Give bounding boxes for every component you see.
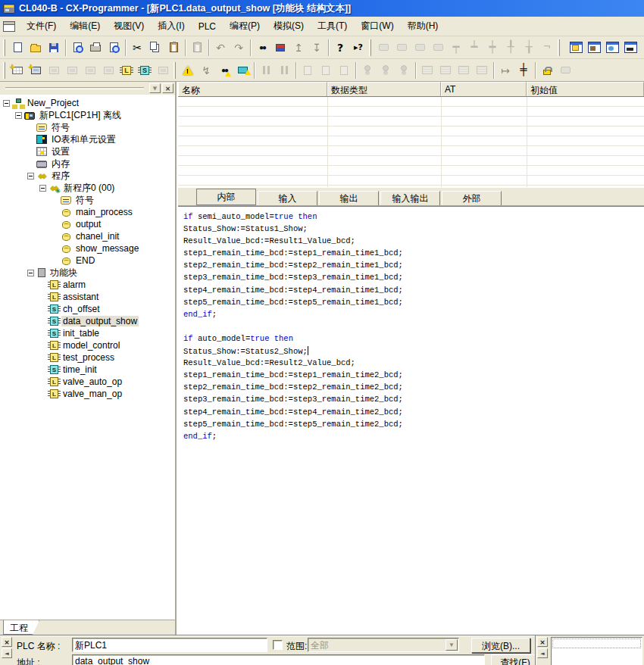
- tree-expand-toggle[interactable]: [27, 173, 34, 180]
- menu-item-10[interactable]: 帮助(H): [401, 17, 445, 36]
- tree-item-valve_auto_op[interactable]: Lvalve_auto_op: [0, 376, 175, 388]
- tree-item-main_process[interactable]: main_process: [0, 206, 175, 218]
- tree-expand-toggle[interactable]: [27, 270, 34, 276]
- toggle-cross-reference-button[interactable]: [621, 39, 639, 57]
- var-tab-内部[interactable]: 内部: [196, 189, 256, 205]
- menu-item-4[interactable]: 插入(I): [151, 17, 191, 36]
- var-tab-输出[interactable]: 输出: [319, 191, 379, 205]
- menu-item-6[interactable]: 编程(P): [223, 17, 267, 36]
- column-header-2[interactable]: 数据类型: [327, 82, 441, 96]
- context-help-button[interactable]: ▸?: [349, 39, 367, 57]
- tree-item--plc1-cp1h-[interactable]: 新PLC1[CP1H] 离线: [0, 109, 175, 121]
- print-preview-button[interactable]: [105, 39, 123, 57]
- watch-selected-row[interactable]: [552, 638, 641, 648]
- toolbar-grip[interactable]: [3, 62, 5, 79]
- menu-item-1[interactable]: 文件(F): [20, 17, 63, 36]
- column-header-1[interactable]: 名称: [178, 82, 327, 96]
- help-button[interactable]: ?: [331, 39, 349, 57]
- tree-item-init_table[interactable]: Sinit_table: [0, 327, 175, 339]
- watch-list[interactable]: [551, 637, 642, 665]
- find-report-button[interactable]: ●●: [215, 61, 233, 80]
- new-ladder-fb-button[interactable]: L: [117, 61, 136, 80]
- st-code-editor[interactable]: if semi_auto_model=true thenStatus_Show:…: [178, 206, 644, 635]
- scope-combobox[interactable]: 全部 ▼: [308, 638, 459, 652]
- var-tab-外部[interactable]: 外部: [442, 191, 502, 205]
- toggle-watch-window-button[interactable]: [603, 39, 621, 57]
- tree-item--[interactable]: 符号: [0, 194, 175, 206]
- tree-item--[interactable]: 内存: [0, 158, 175, 170]
- menu-item-7[interactable]: 模拟(S): [267, 17, 311, 36]
- dock-close-button[interactable]: ×: [2, 637, 12, 647]
- open-file-button[interactable]: [27, 39, 45, 57]
- column-header-3[interactable]: AT: [441, 82, 527, 96]
- scope-checkbox[interactable]: [273, 640, 283, 650]
- find-button[interactable]: ●●: [253, 39, 271, 57]
- tree-item-new_project[interactable]: New_Project: [0, 97, 175, 109]
- online-edit-button[interactable]: [233, 61, 252, 80]
- address-input[interactable]: data_output_show: [72, 654, 485, 665]
- tree-expand-toggle[interactable]: [15, 112, 22, 119]
- tab-project[interactable]: 工程: [3, 620, 39, 635]
- mdi-child-icon[interactable]: [3, 21, 15, 32]
- tree-item-output[interactable]: output: [0, 218, 175, 230]
- toggle-output-window-button[interactable]: [585, 39, 603, 57]
- tree-item-model_control[interactable]: Lmodel_control: [0, 339, 175, 351]
- tree-item-show_message[interactable]: show_message: [0, 242, 175, 254]
- print-button[interactable]: [86, 39, 105, 57]
- tree-item--0-00-[interactable]: 新程序0 (00): [0, 182, 175, 194]
- watch-close-button[interactable]: ×: [537, 637, 548, 647]
- tree-item-valve_man_op[interactable]: Lvalve_man_op: [0, 388, 175, 400]
- new-symbol-table-button[interactable]: [8, 61, 27, 80]
- var-tab-输入[interactable]: 输入: [258, 191, 317, 205]
- column-header-4[interactable]: 初始值: [527, 82, 644, 96]
- workspace-close-button[interactable]: ×: [162, 83, 174, 93]
- find-button[interactable]: 查找(F): [491, 654, 539, 665]
- dock-collapse-button[interactable]: ◄: [2, 648, 12, 658]
- menu-item-5[interactable]: PLC: [192, 18, 223, 35]
- tree-item-alarm[interactable]: Lalarm: [0, 279, 175, 291]
- menu-item-3[interactable]: 视图(V): [107, 17, 151, 36]
- tree-item-data_output_show[interactable]: Sdata_output_show: [0, 315, 175, 327]
- tree-item-io-[interactable]: IO表和单元设置: [0, 133, 175, 145]
- tree-item--[interactable]: 符号: [0, 121, 175, 133]
- tree-item-test_process[interactable]: Ltest_process: [0, 351, 175, 364]
- tree-item--[interactable]: 设置: [0, 145, 175, 158]
- drag-handle[interactable]: [5, 87, 144, 89]
- cut-button[interactable]: ✂: [128, 39, 146, 57]
- tree-item-assistant[interactable]: Lassistant: [0, 291, 175, 303]
- tree-item--[interactable]: 功能块: [0, 267, 175, 279]
- toolbar-grip[interactable]: [174, 62, 176, 79]
- tree-expand-toggle[interactable]: [3, 100, 10, 107]
- menu-item-9[interactable]: 窗口(W): [354, 17, 400, 36]
- save-file-button[interactable]: [45, 39, 63, 57]
- toolbar-grip[interactable]: [3, 39, 5, 56]
- doc-view-button[interactable]: [68, 39, 86, 57]
- menu-item-2[interactable]: 编辑(E): [63, 17, 107, 36]
- transfer-program-button[interactable]: [27, 61, 45, 80]
- fb-protect-button[interactable]: [538, 61, 556, 80]
- compile-button[interactable]: [179, 61, 197, 80]
- grid-toggle-button[interactable]: ╪: [514, 61, 533, 80]
- menu-item-8[interactable]: 工具(T): [311, 17, 354, 36]
- plc-name-input[interactable]: 新PLC1: [72, 638, 267, 652]
- tree-item-chanel_init[interactable]: chanel_init: [0, 230, 175, 242]
- tree-expand-toggle[interactable]: [39, 185, 46, 192]
- copy-button[interactable]: [146, 39, 164, 57]
- var-tab-输入输出[interactable]: 输入输出: [380, 191, 440, 205]
- browse-button[interactable]: 浏览(B)...: [471, 638, 530, 653]
- new-file-button[interactable]: [8, 39, 27, 57]
- change-all-button[interactable]: [271, 39, 289, 57]
- tree-item-end[interactable]: END: [0, 254, 175, 267]
- chevron-down-icon[interactable]: ▼: [445, 639, 458, 651]
- toolbar-grip[interactable]: [558, 39, 560, 56]
- tree-item-ch_offset[interactable]: Sch_offset: [0, 303, 175, 315]
- new-st-fb-button[interactable]: S: [136, 61, 154, 80]
- variable-table-body[interactable]: [178, 97, 644, 187]
- workspace-dropdown-button[interactable]: ▼: [149, 83, 161, 93]
- tree-item-time_init[interactable]: Stime_init: [0, 364, 175, 376]
- toolbar-grip[interactable]: [369, 39, 371, 56]
- toggle-project-tree-button[interactable]: [567, 39, 585, 57]
- paste-button[interactable]: [164, 39, 183, 57]
- watch-collapse-button[interactable]: ◄: [537, 648, 548, 658]
- tree-item--[interactable]: 程序: [0, 170, 175, 182]
